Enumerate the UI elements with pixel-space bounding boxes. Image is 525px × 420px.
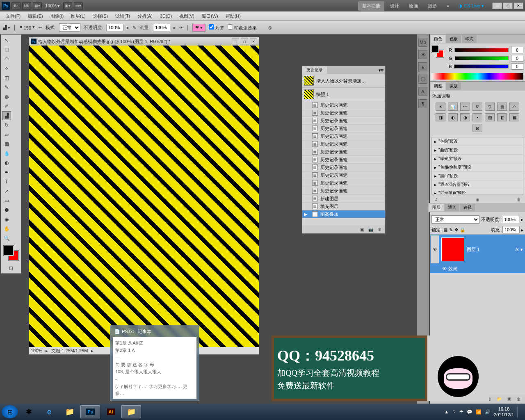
adjustments-tab[interactable]: 调整 bbox=[431, 82, 445, 90]
panel-menu-icon[interactable]: ▾≡ bbox=[377, 68, 385, 73]
new-snapshot-icon[interactable]: 📷 bbox=[367, 226, 374, 233]
gradient-map-icon[interactable]: ▦ bbox=[509, 113, 519, 121]
stamp-tool-icon[interactable]: ▟ ▾ bbox=[3, 25, 10, 30]
curves-icon[interactable]: 〰 bbox=[460, 103, 470, 111]
color-spectrum[interactable] bbox=[431, 73, 523, 80]
preset-item[interactable]: ▸ "色相/饱和度"预设 bbox=[432, 163, 523, 172]
menu-view[interactable]: 视图(V) bbox=[176, 12, 198, 20]
opacity-input[interactable] bbox=[106, 24, 123, 31]
lock-pos-icon[interactable]: ✥ bbox=[454, 227, 458, 233]
color-swatches[interactable] bbox=[2, 245, 20, 261]
tray-up-icon[interactable]: ▲ bbox=[444, 409, 449, 414]
layers-tab[interactable]: 图层 bbox=[429, 204, 444, 211]
preset-item[interactable]: ▸ "黑白"预设 bbox=[432, 172, 523, 180]
adj-clip-icon[interactable]: ◉ bbox=[474, 196, 481, 203]
menu-select[interactable]: 选择(S) bbox=[90, 12, 112, 20]
threshold-icon[interactable]: ◧ bbox=[497, 113, 507, 121]
layer-blend-select[interactable]: 正常 bbox=[431, 215, 479, 224]
gradient-tool[interactable]: ▦ bbox=[2, 139, 11, 148]
mb-icon[interactable]: Mb bbox=[22, 2, 31, 9]
lock-all-icon[interactable]: 🔒 bbox=[460, 227, 466, 233]
delete-state-icon[interactable]: 🗑 bbox=[376, 226, 383, 233]
balance-icon[interactable]: ⚖ bbox=[509, 103, 519, 111]
posterize-icon[interactable]: ▨ bbox=[485, 113, 495, 121]
new-layer-icon[interactable]: ▣ bbox=[505, 396, 513, 402]
history-item[interactable]: ▤历史记录画笔 bbox=[302, 171, 385, 179]
mixer-icon[interactable]: ◑ bbox=[460, 113, 470, 121]
tray-safety-icon[interactable]: ☂ bbox=[459, 409, 463, 415]
wand-tool[interactable]: ✧ bbox=[2, 64, 11, 73]
pattern-picker[interactable]: ❤ ▾ bbox=[192, 24, 205, 32]
doc-maximize-icon[interactable]: ◻ bbox=[241, 39, 248, 44]
menu-image[interactable]: 图像(I) bbox=[47, 12, 67, 20]
swatches-tab[interactable]: 色板 bbox=[446, 35, 461, 43]
history-item[interactable]: ▤新建图层 bbox=[302, 195, 385, 203]
brightness-icon[interactable]: ☀ bbox=[436, 103, 445, 111]
g-input[interactable] bbox=[511, 55, 523, 62]
g-slider[interactable] bbox=[455, 56, 509, 60]
layer-opacity-input[interactable] bbox=[502, 216, 519, 223]
blur-tool[interactable]: 💧 bbox=[2, 149, 11, 158]
visibility-icon[interactable]: 👁 bbox=[431, 235, 439, 263]
history-item[interactable]: ▤历史记录画笔 bbox=[302, 156, 385, 164]
fg-color-swatch[interactable] bbox=[4, 246, 14, 256]
character-icon[interactable]: A bbox=[418, 87, 427, 96]
menu-help[interactable]: 帮助(H) bbox=[222, 12, 244, 20]
taskbar-explorer[interactable]: 📁 bbox=[60, 405, 80, 418]
move-tool[interactable]: ↖ bbox=[2, 36, 11, 45]
workspace-photo[interactable]: 摄影 bbox=[424, 1, 441, 11]
3d-cam-tool[interactable]: ◉ bbox=[2, 215, 11, 224]
mb-dock-icon[interactable]: Mb bbox=[418, 38, 427, 47]
type-tool[interactable]: T bbox=[2, 177, 11, 186]
layer-fx-row[interactable]: 👁 效果 bbox=[430, 264, 525, 273]
tablet-size-icon[interactable]: ◎ bbox=[268, 25, 272, 30]
lock-trans-icon[interactable]: ▦ bbox=[443, 227, 447, 233]
airbrush-icon[interactable]: ✈ bbox=[179, 25, 183, 30]
doc-filesize[interactable]: 文档:1.25M/1.25M bbox=[51, 348, 88, 354]
view-extras-icon[interactable]: ▦▾ bbox=[33, 2, 42, 9]
pen-tool[interactable]: ✒ bbox=[2, 168, 11, 177]
compass-icon[interactable]: ✱ bbox=[418, 50, 427, 59]
history-item[interactable]: ▤历史记录画笔 bbox=[302, 132, 385, 140]
styles-tab[interactable]: 样式 bbox=[462, 35, 477, 43]
history-item[interactable]: ▤历史记录画笔 bbox=[302, 179, 385, 187]
history-item[interactable]: ▤历史记录画笔 bbox=[302, 164, 385, 171]
workspace-more-icon[interactable]: » bbox=[443, 2, 453, 10]
menu-file[interactable]: 文件(F) bbox=[2, 12, 24, 20]
bridge-icon[interactable]: Br bbox=[11, 2, 21, 9]
lasso-tool[interactable]: ◠ bbox=[2, 55, 11, 64]
history-tab[interactable]: 历史记录 bbox=[302, 66, 327, 74]
flow-arrow-icon[interactable]: ▸ bbox=[173, 25, 176, 30]
tray-msg-icon[interactable]: 💬 bbox=[467, 409, 472, 415]
marquee-tool[interactable]: ⬚ bbox=[2, 45, 11, 54]
history-snapshot[interactable]: 快照 1 bbox=[302, 88, 385, 101]
color-tab[interactable]: 颜色 bbox=[431, 35, 445, 43]
3d-tool[interactable]: ⬢ bbox=[2, 205, 11, 215]
minimize-icon[interactable]: — bbox=[492, 2, 502, 9]
layer-name[interactable]: 图层 1 bbox=[467, 247, 479, 253]
adj-trash-icon[interactable]: 🗑 bbox=[515, 196, 523, 203]
history-item[interactable]: ▤历史记录画笔 bbox=[302, 148, 385, 156]
taskbar-notepad[interactable]: 📁 bbox=[121, 405, 141, 418]
zoom-dropdown[interactable]: 100% ▾ bbox=[43, 3, 62, 9]
opacity-arrow-icon[interactable]: ▸ bbox=[127, 25, 129, 30]
bw-icon[interactable]: ◨ bbox=[436, 113, 445, 121]
b-input[interactable] bbox=[511, 63, 523, 70]
color-panel-swatches[interactable] bbox=[431, 45, 444, 57]
taskbar-ie[interactable]: e bbox=[39, 405, 59, 418]
fx-visibility-icon[interactable]: 👁 bbox=[442, 266, 447, 271]
vibrance-icon[interactable]: ▽ bbox=[485, 103, 495, 111]
crop-tool[interactable]: ◫ bbox=[2, 73, 11, 82]
maximize-icon[interactable]: ◻ bbox=[503, 2, 513, 9]
workspace-paint[interactable]: 绘画 bbox=[405, 1, 422, 11]
menu-analyze[interactable]: 分析(A) bbox=[134, 12, 156, 20]
photo-filter-icon[interactable]: ◐ bbox=[448, 113, 458, 121]
layer-thumbnail[interactable] bbox=[441, 237, 464, 261]
history-item[interactable]: ▶▤图案叠加 bbox=[302, 210, 385, 218]
show-desktop[interactable] bbox=[517, 406, 520, 418]
masks-tab[interactable]: 蒙版 bbox=[446, 82, 461, 90]
history-item[interactable]: ▤历史记录画笔 bbox=[302, 117, 385, 125]
taskbar-clock[interactable]: 10:182011/12/1 bbox=[494, 406, 514, 418]
blend-mode-select[interactable]: 正常 bbox=[59, 23, 80, 32]
taskbar-preview[interactable]: 📄PS.txt - 记事本 第1章 从A到Z第2章 1 A—简 要 叙 述 各 … bbox=[110, 325, 199, 401]
